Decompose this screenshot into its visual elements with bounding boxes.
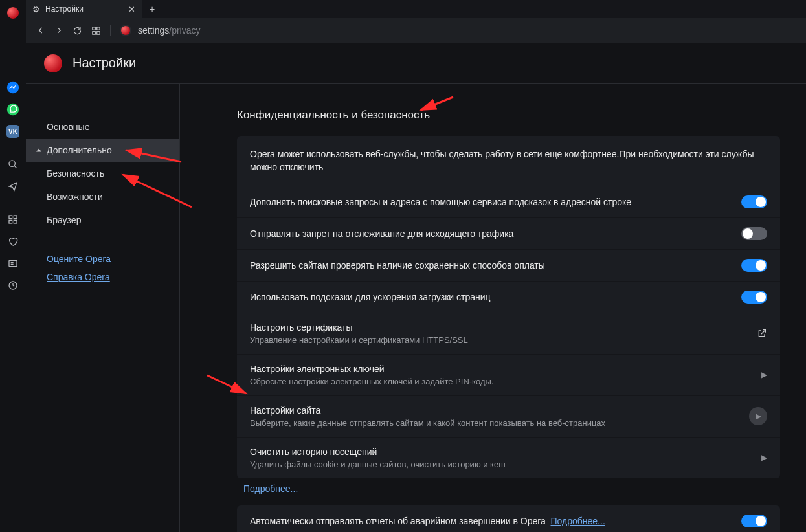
sidebar-link-help[interactable]: Справка Opera <box>26 268 179 286</box>
info-text: Opera может использовать веб-службы, что… <box>237 136 780 186</box>
settings-page: Настройки Основные Дополнительно Безопас… <box>26 43 806 532</box>
row-dnt[interactable]: Отправлять запрет на отслеживание для ис… <box>237 218 780 250</box>
address-text: settings/privacy <box>138 25 200 36</box>
svg-rect-13 <box>97 27 100 29</box>
toggle-crash[interactable] <box>741 515 767 527</box>
back-button[interactable] <box>36 26 45 35</box>
row-autocomplete[interactable]: Дополнять поисковые запросы и адреса с п… <box>237 186 780 218</box>
settings-content: Конфиденциальность и безопасность Opera … <box>180 84 806 532</box>
row-label: Разрешить сайтам проверять наличие сохра… <box>250 260 731 271</box>
new-tab-button[interactable]: + <box>142 0 162 18</box>
svg-rect-5 <box>14 216 17 219</box>
tab-title: Настройки <box>45 5 84 14</box>
row-sublabel: Выберите, какие данные отправлять сайтам… <box>250 418 739 428</box>
svg-point-2 <box>9 161 15 166</box>
sidebar-link-rate[interactable]: Оцените Opera <box>26 250 179 268</box>
row-clear-history[interactable]: Очистить историю посещений Удалить файлы… <box>237 438 780 478</box>
heart-icon[interactable] <box>0 230 26 252</box>
chevron-right-icon: ▶ <box>761 370 767 379</box>
opera-logo-icon <box>44 54 62 72</box>
address-bar[interactable]: settings/privacy <box>120 25 200 36</box>
reporting-card: Автоматически отправлять отчеты об авари… <box>237 505 780 532</box>
svg-rect-7 <box>14 220 17 223</box>
opera-logo-icon <box>120 25 131 36</box>
speed-dial-button[interactable] <box>91 26 101 36</box>
row-sublabel: Удалить файлы cookie и данные сайтов, оч… <box>250 460 751 469</box>
forward-button[interactable] <box>54 26 63 35</box>
svg-rect-14 <box>93 31 95 34</box>
svg-line-3 <box>14 166 16 168</box>
row-preload[interactable]: Использовать подсказки для ускорения заг… <box>237 282 780 313</box>
reload-button[interactable] <box>73 26 82 36</box>
row-security-keys[interactable]: Настройки электронных ключей Сбросьте на… <box>237 355 780 396</box>
row-sublabel: Сбросьте настройки электронных ключей и … <box>250 377 751 386</box>
toggle-autocomplete[interactable] <box>741 195 767 208</box>
gear-icon: ⚙ <box>32 5 40 14</box>
privacy-card: Opera может использовать веб-службы, что… <box>237 136 780 478</box>
nav-separator <box>110 25 111 36</box>
vk-icon[interactable]: VK <box>0 120 26 142</box>
row-crash-reports[interactable]: Автоматически отправлять отчеты об авари… <box>237 505 780 532</box>
toggle-preload[interactable] <box>741 291 767 304</box>
link-more[interactable]: Подробнее... <box>243 483 298 494</box>
sidebar-divider <box>8 203 18 203</box>
row-label: Дополнять поисковые запросы и адреса с п… <box>250 197 731 207</box>
opera-menu-icon[interactable] <box>0 4 26 22</box>
page-header: Настройки <box>26 43 806 84</box>
speed-dial-icon[interactable] <box>0 208 26 230</box>
settings-sidebar: Основные Дополнительно Безопасность Возм… <box>26 84 180 532</box>
row-sublabel: Управление настройками и сертификатами H… <box>250 335 746 345</box>
whatsapp-icon[interactable] <box>0 98 26 120</box>
row-site-settings[interactable]: Настройки сайта Выберите, какие данные о… <box>237 396 780 438</box>
svg-rect-4 <box>9 216 12 219</box>
chevron-right-icon: ▶ <box>761 453 767 462</box>
row-label: Использовать подсказки для ускорения заг… <box>250 292 731 302</box>
tab-settings[interactable]: ⚙ Настройки ✕ <box>26 0 142 18</box>
sidebar-item-basic[interactable]: Основные <box>26 115 179 139</box>
messenger-icon[interactable] <box>0 76 26 98</box>
row-label: Настройки сайта <box>250 405 739 416</box>
row-label: Настройки электронных ключей <box>250 364 751 374</box>
svg-rect-8 <box>9 260 17 266</box>
svg-rect-15 <box>97 31 100 34</box>
toggle-payments[interactable] <box>741 259 767 272</box>
search-icon[interactable] <box>0 153 26 175</box>
news-icon[interactable] <box>0 252 26 274</box>
send-icon[interactable] <box>0 175 26 197</box>
navbar: settings/privacy <box>26 18 806 43</box>
section-title-privacy: Конфиденциальность и безопасность <box>237 109 780 122</box>
svg-rect-12 <box>93 27 95 29</box>
link-crash-more[interactable]: Подробнее... <box>551 516 605 526</box>
external-link-icon <box>757 328 767 338</box>
close-tab-icon[interactable]: ✕ <box>128 5 135 14</box>
sidebar-item-security[interactable]: Безопасность <box>26 162 179 185</box>
sidebar-item-browser[interactable]: Браузер <box>26 208 179 232</box>
row-payments[interactable]: Разрешить сайтам проверять наличие сохра… <box>237 250 780 282</box>
row-certificates[interactable]: Настроить сертификаты Управление настрой… <box>237 313 780 355</box>
row-label: Отправлять запрет на отслеживание для ис… <box>250 228 731 239</box>
chevron-right-icon: ▶ <box>749 407 767 425</box>
sidebar-item-advanced[interactable]: Дополнительно <box>26 139 179 162</box>
page-title: Настройки <box>73 56 136 71</box>
sidebar-divider <box>8 148 18 148</box>
app-sidebar: VK <box>0 0 26 532</box>
titlebar: ⚙ Настройки ✕ + <box>26 0 806 18</box>
row-label: Автоматически отправлять отчеты об авари… <box>250 516 731 526</box>
history-icon[interactable] <box>0 274 26 296</box>
toggle-dnt[interactable] <box>741 227 767 240</box>
row-label: Очистить историю посещений <box>250 447 751 457</box>
svg-rect-6 <box>9 220 12 223</box>
sidebar-item-features[interactable]: Возможности <box>26 185 179 208</box>
row-label: Настроить сертификаты <box>250 322 746 333</box>
